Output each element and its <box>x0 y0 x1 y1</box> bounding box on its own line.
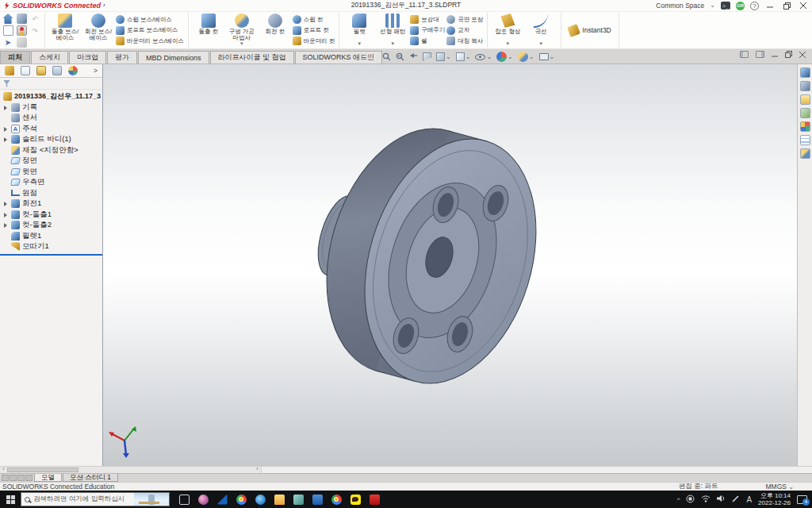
rebuild-icon[interactable] <box>17 25 27 36</box>
start-button[interactable] <box>0 491 21 508</box>
swept-boss-base-button[interactable]: 스윕 보스/베이스 <box>116 14 184 25</box>
tree-item-solid-bodies[interactable]: 솔리드 바디(1) <box>0 134 102 145</box>
reference-geometry-button[interactable]: 참조 형상 ▾ <box>492 13 523 47</box>
restore-button[interactable] <box>781 2 792 10</box>
logo-flyout-icon[interactable]: › <box>103 2 105 9</box>
curves-button[interactable]: 곡선 ▾ <box>525 13 557 47</box>
swept-cut-button[interactable]: 스윕 컷 <box>293 14 335 25</box>
expand-arrow-icon[interactable] <box>3 222 9 228</box>
hole-wizard-caret-icon[interactable]: ▾ <box>240 40 243 47</box>
extruded-boss-base-button[interactable]: 돌출 보스/베이스 <box>49 13 81 47</box>
extruded-cut-button[interactable]: 돌출 컷 <box>193 13 224 47</box>
volume-icon[interactable] <box>717 495 726 504</box>
linear-pattern-caret-icon[interactable]: ▾ <box>392 40 395 47</box>
displaymanager-tab-icon[interactable] <box>68 66 78 75</box>
design-library-icon[interactable] <box>800 81 810 91</box>
featuremanager-tree-tab-icon[interactable] <box>5 66 14 75</box>
pane-left-icon[interactable] <box>740 51 749 58</box>
tree-item-top-plane[interactable]: 윗면 <box>0 167 102 178</box>
propertymanager-tab-icon[interactable] <box>21 66 30 75</box>
rollback-bar[interactable] <box>0 254 102 256</box>
tab-lifecycle-collaboration[interactable]: 라이프사이클 및 협업 <box>210 51 294 64</box>
curves-caret-icon[interactable]: ▾ <box>540 40 543 47</box>
expand-arrow-icon[interactable] <box>3 126 9 132</box>
shell-button[interactable]: 쉘 <box>410 36 445 46</box>
custom-properties-icon[interactable] <box>800 135 810 145</box>
display-style-icon[interactable]: ⌄ <box>456 52 471 61</box>
solidworks-forum-icon[interactable] <box>800 148 810 159</box>
edit-appearance-icon[interactable]: ⌄ <box>496 52 513 62</box>
filter-icon[interactable] <box>3 80 10 87</box>
wifi-icon[interactable] <box>701 495 710 504</box>
tree-item-annotations[interactable]: A주석 <box>0 124 102 135</box>
flange-part-model[interactable] <box>103 64 797 467</box>
tree-item-origin[interactable]: 원점 <box>0 188 102 199</box>
tree-item-revolve1[interactable]: 회전1 <box>0 198 102 210</box>
panel-expand-icon[interactable]: > <box>94 67 98 75</box>
file-explorer-button[interactable] <box>270 491 289 508</box>
linear-pattern-button[interactable]: 선형 패턴 ▾ <box>377 13 408 47</box>
expand-arrow-icon[interactable] <box>3 212 9 217</box>
tree-item-chamfer1[interactable]: 모따기1 <box>0 241 102 252</box>
tab-mbd-dimensions[interactable]: MBD Dimensions <box>138 51 209 64</box>
save-icon[interactable] <box>17 13 27 24</box>
expand-arrow-icon[interactable] <box>3 137 9 142</box>
tab-markup[interactable]: 마크업 <box>69 51 106 64</box>
boundary-cut-button[interactable]: 바운더리 컷 <box>293 36 335 46</box>
scroll-left-icon[interactable]: ‹ <box>0 466 7 471</box>
pane-right-icon[interactable] <box>756 51 764 58</box>
instant3d-button[interactable]: Instant3D <box>565 13 614 47</box>
dimxpertmanager-tab-icon[interactable] <box>52 66 62 75</box>
scrollbar-track[interactable]: ‹ › <box>0 467 262 473</box>
apply-scene-icon[interactable]: ⌄ <box>518 52 534 62</box>
redo-icon[interactable]: ↷ <box>32 27 38 35</box>
options-gear-icon[interactable] <box>17 37 27 48</box>
configurationmanager-tab-icon[interactable] <box>36 66 46 75</box>
previous-view-icon[interactable] <box>409 52 418 61</box>
chrome-profile-button[interactable] <box>327 491 346 508</box>
expand-arrow-icon[interactable] <box>3 105 9 110</box>
revolved-cut-button[interactable]: 회전 컷 <box>259 13 291 47</box>
pink-app-button[interactable] <box>193 491 213 508</box>
tree-item-fillet1[interactable]: 필렛1 <box>0 231 102 242</box>
boundary-boss-base-button[interactable]: 바운더리 보스/베이스 <box>116 36 184 46</box>
console-icon[interactable]: >_ <box>721 2 730 10</box>
tree-item-cut-extrude1[interactable]: 컷-돌출1 <box>0 210 102 221</box>
zoom-area-icon[interactable] <box>396 52 404 61</box>
horizontal-scrollbar[interactable]: ‹ › <box>0 466 812 473</box>
tab-solidworks-addins[interactable]: SOLIDWORKS 애드인 <box>295 51 383 64</box>
tree-item-right-plane[interactable]: 우측면 <box>0 177 102 188</box>
kakaotalk-button[interactable] <box>346 491 365 508</box>
tab-features[interactable]: 피처 <box>0 51 30 64</box>
scrollbar-thumb[interactable] <box>7 468 79 472</box>
model-tab[interactable]: 모델 <box>34 474 62 482</box>
view-orientation-icon[interactable]: ⌄ <box>436 52 451 61</box>
doc-minimize-button[interactable] <box>772 47 778 61</box>
help-icon[interactable]: ? <box>750 2 759 10</box>
internet-explorer-button[interactable] <box>251 491 270 508</box>
view-palette-icon[interactable] <box>800 108 810 118</box>
mirror-button[interactable]: 대칭 복사 <box>446 36 483 46</box>
file-explorer-pane-icon[interactable] <box>800 94 810 105</box>
view-settings-icon[interactable]: ⌄ <box>539 53 555 60</box>
new-document-icon[interactable] <box>3 25 13 36</box>
close-button[interactable] <box>798 2 809 10</box>
revolved-boss-base-button[interactable]: 회전 보스/베이스 <box>82 13 114 47</box>
hidden-icons-chevron[interactable]: ^ <box>677 496 680 503</box>
blue-app-button[interactable] <box>308 491 327 508</box>
tree-item-sensors[interactable]: 센서 <box>0 113 102 124</box>
expand-arrow-icon[interactable] <box>3 201 9 206</box>
action-center-icon[interactable]: 4 <box>797 495 807 504</box>
minimize-button[interactable] <box>764 2 776 10</box>
taskbar-clock[interactable]: 오후 10:14 2022-12-26 <box>758 492 791 506</box>
appearances-scenes-icon[interactable] <box>800 121 810 132</box>
tree-root-item[interactable]: 20191336_김선우_11.17_3 (기본... <box>0 91 102 102</box>
motion-study-tab[interactable]: 모션 스터디 1 <box>63 474 118 482</box>
doc-close-button[interactable] <box>799 47 806 61</box>
home-icon[interactable] <box>3 13 13 24</box>
intersect-button[interactable]: 교차 <box>446 25 483 36</box>
hide-show-items-icon[interactable]: ⌄ <box>475 54 492 60</box>
draft-button[interactable]: 구배주기 <box>410 25 445 36</box>
rib-button[interactable]: 보강대 <box>410 14 445 25</box>
tab-sketch[interactable]: 스케치 <box>31 51 68 64</box>
